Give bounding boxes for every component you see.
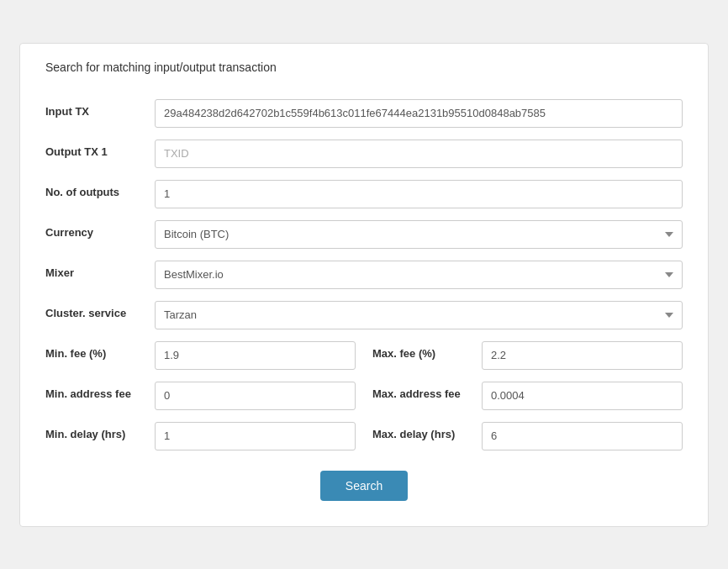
cluster-service-select-wrapper: Tarzan Option 2 Option 3: [155, 301, 683, 329]
cluster-service-label: Cluster. service: [45, 301, 155, 319]
max-fee-field: [482, 341, 683, 370]
min-delay-field: [155, 422, 356, 450]
max-address-fee-field: [482, 382, 683, 410]
min-address-fee-label: Min. address fee: [45, 382, 155, 400]
cluster-service-row: Cluster. service Tarzan Option 2 Option …: [45, 301, 683, 329]
currency-row: Currency Bitcoin (BTC) Ethereum (ETH) Li…: [45, 220, 683, 249]
max-delay-input[interactable]: [482, 422, 683, 450]
input-tx-input[interactable]: [155, 99, 683, 128]
mixer-row: Mixer BestMixer.io BitcoinFog Helix: [45, 261, 683, 289]
cluster-service-select[interactable]: Tarzan Option 2 Option 3: [155, 301, 683, 329]
max-delay-item: Max. delay (hrs): [372, 422, 683, 450]
fee-row: Min. fee (%) Max. fee (%): [45, 341, 683, 370]
address-fee-row: Min. address fee Max. address fee: [45, 382, 683, 410]
min-delay-item: Min. delay (hrs): [45, 422, 356, 450]
no-outputs-row: No. of outputs: [45, 180, 683, 208]
mixer-field: BestMixer.io BitcoinFog Helix: [155, 261, 683, 289]
min-delay-input[interactable]: [155, 422, 356, 450]
card-title: Search for matching input/output transac…: [45, 61, 683, 82]
output-tx1-row: Output TX 1: [45, 140, 683, 168]
max-delay-field: [482, 422, 683, 450]
max-fee-input[interactable]: [482, 341, 683, 370]
mixer-label: Mixer: [45, 261, 155, 279]
currency-field: Bitcoin (BTC) Ethereum (ETH) Litecoin (L…: [155, 220, 683, 249]
mixer-select[interactable]: BestMixer.io BitcoinFog Helix: [155, 261, 683, 289]
min-address-fee-field: [155, 382, 356, 410]
currency-select-wrapper: Bitcoin (BTC) Ethereum (ETH) Litecoin (L…: [155, 220, 683, 249]
max-delay-label: Max. delay (hrs): [372, 422, 482, 440]
max-address-fee-input[interactable]: [482, 382, 683, 410]
no-outputs-input[interactable]: [155, 180, 683, 208]
input-tx-label: Input TX: [45, 99, 155, 118]
output-tx1-input[interactable]: [155, 140, 683, 168]
min-fee-item: Min. fee (%): [45, 341, 356, 370]
currency-select[interactable]: Bitcoin (BTC) Ethereum (ETH) Litecoin (L…: [155, 220, 683, 249]
min-fee-label: Min. fee (%): [45, 341, 155, 360]
search-button[interactable]: Search: [320, 471, 408, 501]
output-tx1-label: Output TX 1: [45, 140, 155, 158]
min-address-fee-item: Min. address fee: [45, 382, 356, 410]
max-fee-label: Max. fee (%): [372, 341, 482, 360]
mixer-select-wrapper: BestMixer.io BitcoinFog Helix: [155, 261, 683, 289]
search-card: Search for matching input/output transac…: [19, 43, 709, 527]
delay-row: Min. delay (hrs) Max. delay (hrs): [45, 422, 683, 450]
min-fee-field: [155, 341, 356, 370]
no-outputs-label: No. of outputs: [45, 180, 155, 198]
min-fee-input[interactable]: [155, 341, 356, 370]
input-tx-field: [155, 99, 683, 128]
cluster-service-field: Tarzan Option 2 Option 3: [155, 301, 683, 329]
input-tx-row: Input TX: [45, 99, 683, 128]
max-fee-item: Max. fee (%): [372, 341, 683, 370]
output-tx1-field: [155, 140, 683, 168]
currency-label: Currency: [45, 220, 155, 239]
max-address-fee-label: Max. address fee: [372, 382, 482, 400]
min-address-fee-input[interactable]: [155, 382, 356, 410]
no-outputs-field: [155, 180, 683, 208]
min-delay-label: Min. delay (hrs): [45, 422, 155, 440]
search-btn-row: Search: [45, 471, 683, 501]
max-address-fee-item: Max. address fee: [372, 382, 683, 410]
